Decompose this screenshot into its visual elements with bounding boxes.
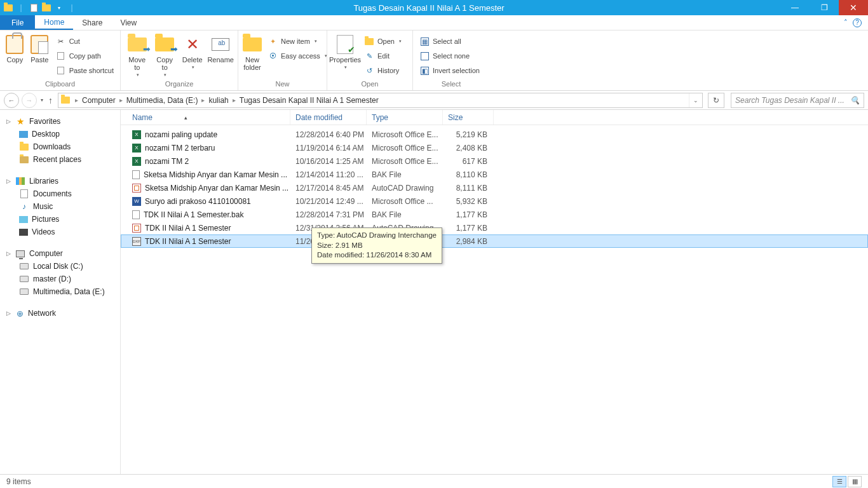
- new-item-button[interactable]: ✦New item▾: [265, 35, 330, 48]
- file-row[interactable]: WSuryo adi prakoso 411010008110/21/2014 …: [121, 194, 868, 208]
- copy-path-button[interactable]: Copy path: [53, 50, 116, 62]
- help-icon[interactable]: ?: [853, 18, 862, 27]
- crumb-current[interactable]: Tugas Desain Kapal II Nilai A 1 Semester: [238, 93, 380, 107]
- file-date: 12/28/2014 7:31 PM: [290, 210, 367, 219]
- sort-asc-icon: ▴: [184, 114, 187, 121]
- file-type: BAK File: [367, 170, 443, 179]
- file-icon: [132, 170, 140, 179]
- col-date[interactable]: Date modified: [290, 110, 367, 125]
- search-input[interactable]: Search Tugas Desain Kapal II ... 🔍: [731, 93, 864, 108]
- nav-desktop[interactable]: Desktop: [5, 128, 120, 140]
- paste-shortcut-button[interactable]: Paste shortcut: [53, 64, 116, 77]
- nav-videos[interactable]: Videos: [5, 226, 120, 238]
- file-name: nozami paling update: [145, 130, 217, 139]
- file-row[interactable]: Xnozami paling update12/28/2014 6:40 PMM…: [121, 128, 868, 141]
- thumbnails-view-button[interactable]: ▦: [848, 476, 862, 487]
- select-none-button[interactable]: Select none: [417, 50, 482, 62]
- tooltip: Type: AutoCAD Drawing Interchange Size: …: [311, 227, 442, 264]
- close-button[interactable]: ✕: [839, 0, 868, 15]
- file-row[interactable]: Xnozami TM 2 terbaru11/19/2014 6:14 AMMi…: [121, 141, 868, 154]
- tooltip-type: Type: AutoCAD Drawing Interchange: [317, 231, 437, 241]
- history-button[interactable]: ↺History: [362, 64, 404, 77]
- new-folder-button[interactable]: New folder: [242, 33, 262, 71]
- refresh-button[interactable]: ↻: [708, 93, 724, 108]
- invert-selection-button[interactable]: ◧Invert selection: [417, 64, 482, 77]
- file-size: 1,177 KB: [443, 224, 494, 233]
- crumb-computer[interactable]: Computer: [81, 93, 117, 107]
- easy-access-button[interactable]: ⦿Easy access▾: [265, 50, 330, 62]
- tab-home[interactable]: Home: [35, 15, 73, 30]
- copy-button[interactable]: Copy: [4, 33, 26, 64]
- open-button[interactable]: Open▾: [362, 35, 404, 48]
- details-view-button[interactable]: ☰: [832, 476, 846, 487]
- chevron-right-icon[interactable]: ▸: [117, 97, 125, 104]
- nav-recent[interactable]: Recent places: [5, 153, 120, 166]
- maximize-button[interactable]: ❐: [810, 0, 839, 15]
- ribbon-collapse[interactable]: ˄ ?: [844, 15, 868, 30]
- chevron-right-icon[interactable]: ▸: [199, 97, 207, 104]
- file-type: AutoCAD Drawing: [367, 184, 443, 193]
- nav-downloads[interactable]: Downloads: [5, 140, 120, 153]
- rename-button[interactable]: Rename: [207, 33, 234, 64]
- collapse-icon[interactable]: ▷: [5, 178, 11, 184]
- properties-icon[interactable]: [28, 2, 39, 13]
- file-row[interactable]: TDK II Nilai A 1 Semester12/31/2014 3:56…: [121, 221, 868, 234]
- collapse-icon[interactable]: ▷: [5, 250, 11, 257]
- file-size: 8,110 KB: [443, 170, 494, 179]
- collapse-icon[interactable]: ▷: [5, 310, 11, 316]
- file-date: 10/16/2014 1:25 AM: [290, 157, 367, 166]
- paste-button[interactable]: Paste: [29, 33, 51, 64]
- file-row[interactable]: Sketsa Midship Anyar dan Kamar Mesin ...…: [121, 181, 868, 194]
- file-row[interactable]: Xnozami TM 210/16/2014 1:25 AMMicrosoft …: [121, 154, 868, 168]
- col-name[interactable]: Name▴: [127, 110, 290, 125]
- collapse-icon[interactable]: ▷: [5, 118, 11, 125]
- tab-view[interactable]: View: [111, 15, 146, 30]
- forward-button[interactable]: →: [22, 93, 37, 108]
- nav-pictures[interactable]: Pictures: [5, 213, 120, 226]
- dwg-icon: [132, 184, 141, 193]
- move-to-button[interactable]: ➡Move to▾: [125, 33, 149, 78]
- nav-network[interactable]: ▷⊕Network: [5, 307, 120, 320]
- chevron-right-icon[interactable]: ▸: [72, 97, 81, 104]
- edit-button[interactable]: ✎Edit: [362, 50, 404, 62]
- minimize-button[interactable]: —: [780, 0, 810, 15]
- group-organize: Organize: [125, 79, 234, 89]
- nav-computer[interactable]: ▷Computer: [5, 247, 120, 260]
- col-type[interactable]: Type: [367, 110, 443, 125]
- select-all-button[interactable]: ▦Select all: [417, 35, 482, 48]
- nav-local-c[interactable]: Local Disk (C:): [5, 260, 120, 273]
- qat-dropdown-icon[interactable]: ▾: [53, 2, 65, 13]
- file-row[interactable]: Sketsa Midship Anyar dan Kamar Mesin ...…: [121, 168, 868, 181]
- file-type: Microsoft Office ...: [367, 197, 443, 206]
- delete-button[interactable]: ✕Delete▾: [180, 33, 205, 70]
- nav-favorites[interactable]: ▷★Favorites: [5, 115, 120, 128]
- crumb-folder[interactable]: kuliah: [207, 93, 229, 107]
- tab-share[interactable]: Share: [73, 15, 111, 30]
- address-bar[interactable]: ▸ Computer ▸ Multimedia, Data (E:) ▸ kul…: [58, 93, 703, 108]
- chevron-up-icon[interactable]: ˄: [844, 18, 848, 27]
- group-clipboard: Clipboard: [4, 79, 116, 89]
- crumb-drive[interactable]: Multimedia, Data (E:): [125, 93, 200, 107]
- nav-documents[interactable]: Documents: [5, 187, 120, 200]
- ribbon: Copy Paste ✂Cut Copy path Paste shortcut…: [0, 30, 868, 91]
- up-button[interactable]: ↑: [47, 95, 55, 105]
- copy-to-button[interactable]: ➡Copy to▾: [152, 33, 177, 78]
- properties-button[interactable]: Properties▾: [331, 33, 359, 70]
- address-dropdown[interactable]: ⌄: [689, 93, 702, 107]
- history-dropdown[interactable]: ▾: [39, 97, 44, 103]
- nav-music[interactable]: ♪Music: [5, 200, 120, 213]
- nav-libraries[interactable]: ▷Libraries: [5, 175, 120, 187]
- recent-icon: [19, 154, 29, 165]
- tab-file[interactable]: File: [0, 15, 35, 30]
- back-button[interactable]: ←: [4, 93, 19, 108]
- new-folder-icon[interactable]: [41, 2, 52, 13]
- cut-button[interactable]: ✂Cut: [53, 35, 116, 48]
- file-row[interactable]: DXFTDK II Nilai A 1 Semester11/26/2014 8…: [121, 234, 868, 248]
- col-size[interactable]: Size: [443, 110, 494, 125]
- nav-master-d[interactable]: master (D:): [5, 273, 120, 285]
- chevron-right-icon[interactable]: ▸: [230, 97, 238, 104]
- computer-icon: [15, 248, 25, 259]
- file-row[interactable]: TDK II Nilai A 1 Semester.bak12/28/2014 …: [121, 208, 868, 221]
- nav-multimedia-e[interactable]: Multimedia, Data (E:): [5, 285, 120, 298]
- chevron-down-icon: ▾: [164, 72, 166, 78]
